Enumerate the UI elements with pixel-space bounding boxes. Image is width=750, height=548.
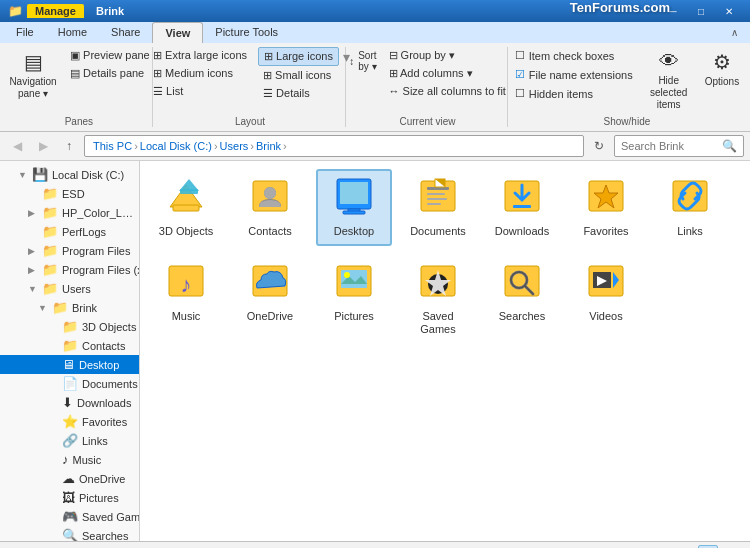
address-input[interactable]: This PC › Local Disk (C:) › Users › Brin… (84, 135, 584, 157)
sidebar-item-local-disk[interactable]: ▼ 💾 Local Disk (C:) (0, 165, 139, 184)
file-desktop[interactable]: Desktop (316, 169, 392, 246)
sidebar-item-contacts[interactable]: 📁 Contacts (0, 336, 139, 355)
file-saved-games[interactable]: Saved Games (400, 254, 476, 344)
desktop-file-icon (333, 177, 375, 221)
tab-brink[interactable]: Brink (88, 4, 132, 18)
show-hide-items: ☐ Item check boxes ☑ File name extension… (510, 47, 744, 114)
ribbon-tab-share[interactable]: Share (99, 22, 152, 43)
file-downloads[interactable]: Downloads (484, 169, 560, 246)
ribbon-content: ▤ Navigationpane ▾ ▣ Preview pane ▤ Deta… (0, 43, 750, 132)
pics-label: Pictures (79, 492, 119, 504)
hidden-items-button[interactable]: ☐ Hidden items (510, 85, 638, 102)
sidebar-item-3d-objects[interactable]: 📁 3D Objects (0, 317, 139, 336)
tab-manage[interactable]: Manage (27, 4, 84, 18)
ribbon-tab-picture-tools[interactable]: Picture Tools (203, 22, 290, 43)
navigation-pane-button[interactable]: ▤ Navigationpane ▾ (3, 47, 63, 103)
sidebar: ▼ 💾 Local Disk (C:) 📁 ESD ▶ 📁 HP_Color_L… (0, 161, 140, 541)
preview-pane-button[interactable]: ▣ Preview pane (65, 47, 155, 64)
sidebar-item-program-files[interactable]: ▶ 📁 Program Files (0, 241, 139, 260)
docs-label: Documents (82, 378, 138, 390)
sidebar-item-program-files-x86[interactable]: ▶ 📁 Program Files (x86) (0, 260, 139, 279)
up-button[interactable]: ↑ (58, 135, 80, 157)
ribbon-tab-file[interactable]: File (4, 22, 46, 43)
local-disk-icon: 💾 (32, 167, 48, 182)
sidebar-item-saved-games[interactable]: 🎮 Saved Games (0, 507, 139, 526)
svg-point-6 (264, 187, 276, 199)
sidebar-item-links[interactable]: 🔗 Links (0, 431, 139, 450)
search-input[interactable] (621, 140, 718, 152)
hp-label: HP_Color_LaserJet_I... (62, 207, 135, 219)
svg-point-28 (344, 272, 350, 278)
sidebar-item-onedrive[interactable]: ☁ OneDrive (0, 469, 139, 488)
sidebar-item-searches[interactable]: 🔍 Searches (0, 526, 139, 541)
hide-selected-button[interactable]: 👁 Hide selecteditems (644, 47, 694, 114)
file-music[interactable]: ♪ Music (148, 254, 224, 344)
file-3d-objects[interactable]: 3D Objects (148, 169, 224, 246)
ribbon-tab-home[interactable]: Home (46, 22, 99, 43)
size-all-columns-button[interactable]: ↔ Size all columns to fit (384, 83, 511, 99)
file-links[interactable]: Links (652, 169, 728, 246)
layout-items: ⊞ Extra large icons ⊞ Medium icons ☰ Lis… (148, 47, 352, 114)
file-onedrive[interactable]: OneDrive (232, 254, 308, 344)
details-pane-button[interactable]: ▤ Details pane (65, 65, 155, 82)
add-columns-button[interactable]: ⊞ Add columns ▾ (384, 65, 511, 82)
hidden-items-icon: ☐ (515, 87, 525, 100)
documents-file-icon (417, 177, 459, 221)
sidebar-item-perflogs[interactable]: 📁 PerfLogs (0, 222, 139, 241)
sidebar-item-desktop[interactable]: 🖥 Desktop (0, 355, 139, 374)
breadcrumb-users[interactable]: Users (220, 140, 249, 152)
ribbon-collapse[interactable]: ∧ (723, 22, 746, 43)
large-icons-toggle[interactable]: ⊞ (698, 545, 718, 549)
search-icon[interactable]: 🔍 (722, 139, 737, 153)
small-icons-button[interactable]: ⊞ Small icons (258, 67, 339, 84)
sidebar-item-hp[interactable]: ▶ 📁 HP_Color_LaserJet_I... (0, 203, 139, 222)
options-button[interactable]: ⚙ Options (700, 47, 744, 90)
list-button[interactable]: ☰ List (148, 83, 252, 100)
file-videos[interactable]: Videos (568, 254, 644, 344)
sidebar-item-users[interactable]: ▼ 📁 Users (0, 279, 139, 298)
extra-large-icons-button[interactable]: ⊞ Extra large icons (148, 47, 252, 64)
details-toggle[interactable]: ☰ (722, 545, 742, 549)
onedrive-file-label: OneDrive (247, 310, 293, 323)
contacts-icon: 📁 (62, 338, 78, 353)
sidebar-item-brink[interactable]: ▼ 📁 Brink (0, 298, 139, 317)
file-favorites[interactable]: Favorites (568, 169, 644, 246)
sidebar-item-music[interactable]: ♪ Music (0, 450, 139, 469)
address-bar: ◀ ▶ ↑ This PC › Local Disk (C:) › Users … (0, 132, 750, 161)
sidebar-item-esd[interactable]: 📁 ESD (0, 184, 139, 203)
breadcrumb-local-disk[interactable]: Local Disk (C:) (140, 140, 212, 152)
file-contacts[interactable]: Contacts (232, 169, 308, 246)
file-documents[interactable]: Documents (400, 169, 476, 246)
file-area: 3D Objects Contacts (140, 161, 750, 541)
sidebar-item-favorites[interactable]: ⭐ Favorites (0, 412, 139, 431)
breadcrumb-this-pc[interactable]: This PC (93, 140, 132, 152)
sidebar-item-documents[interactable]: 📄 Documents (0, 374, 139, 393)
search-box: 🔍 (614, 135, 744, 157)
file-searches[interactable]: Searches (484, 254, 560, 344)
medium-icons-button[interactable]: ⊞ Medium icons (148, 65, 252, 82)
refresh-button[interactable]: ↻ (588, 135, 610, 157)
item-check-boxes-button[interactable]: ☐ Item check boxes (510, 47, 638, 64)
file-pictures[interactable]: Pictures (316, 254, 392, 344)
maximize-button[interactable]: □ (688, 2, 714, 20)
large-icons-button[interactable]: ⊞ Large icons (258, 47, 339, 66)
music-label: Music (73, 454, 102, 466)
nav-pane-icon: ▤ (24, 50, 43, 74)
forward-button[interactable]: ▶ (32, 135, 54, 157)
close-button[interactable]: ✕ (716, 2, 742, 20)
options-label: Options (705, 76, 739, 87)
saved-games-file-label: Saved Games (406, 310, 470, 336)
documents-file-label: Documents (410, 225, 466, 238)
sidebar-item-downloads[interactable]: ⬇ Downloads (0, 393, 139, 412)
watermark: TenForums.com (570, 0, 670, 15)
back-button[interactable]: ◀ (6, 135, 28, 157)
sidebar-item-pictures[interactable]: 🖼 Pictures (0, 488, 139, 507)
music-file-icon: ♪ (165, 262, 207, 306)
file-name-extensions-button[interactable]: ☑ File name extensions (510, 66, 638, 83)
sort-by-button[interactable]: ↕ Sortby ▾ (344, 47, 381, 75)
current-view-label: Current view (399, 116, 455, 127)
ribbon-tab-view[interactable]: View (152, 22, 203, 43)
group-by-button[interactable]: ⊟ Group by ▾ (384, 47, 511, 64)
details-button[interactable]: ☰ Details (258, 85, 339, 102)
breadcrumb-brink[interactable]: Brink (256, 140, 281, 152)
